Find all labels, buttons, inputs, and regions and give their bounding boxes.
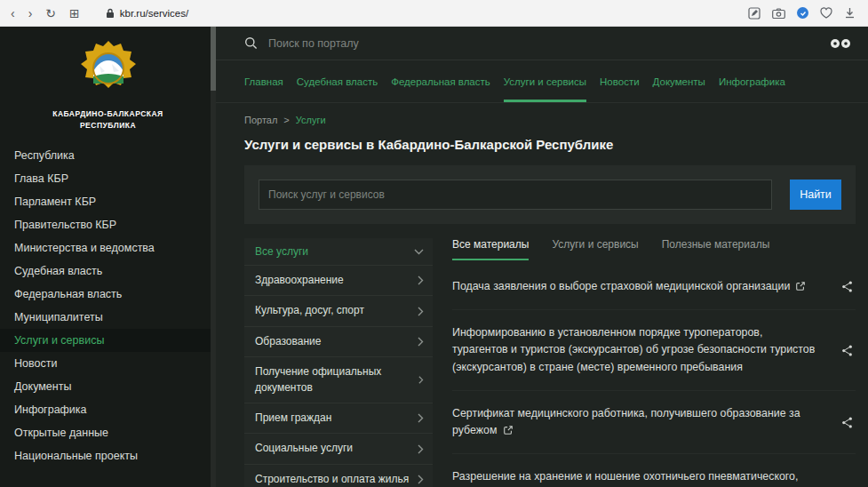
breadcrumb: Портал > Услуги (216, 103, 868, 125)
coat-of-arms (80, 39, 137, 98)
sidebar-item[interactable]: Парламент КБР (0, 190, 216, 213)
category-item[interactable]: Культура, досуг, спорт (244, 296, 433, 326)
nav-item[interactable]: Главная (244, 60, 283, 102)
nav-item[interactable]: Федеральная власть (391, 60, 490, 102)
nav-item[interactable]: Судебная власть (297, 60, 378, 102)
nav-item[interactable]: Инфографика (719, 60, 785, 102)
sidebar-item[interactable]: Документы (0, 375, 216, 398)
chevron-right-icon (418, 275, 424, 285)
sidebar-item[interactable]: Новости (0, 352, 216, 375)
category-item[interactable]: Социальные услуги (244, 434, 433, 464)
service-text: Информированию в установленном порядке т… (452, 324, 824, 376)
brand-block[interactable]: КАБАРДИНО-БАЛКАРСКАЯ РЕСПУБЛИКА (0, 27, 216, 132)
category-label: Образование (255, 334, 321, 349)
category-label: Здравоохранение (255, 273, 344, 288)
category-item[interactable]: Получение официальных документов (244, 357, 433, 403)
sidebar-item-label: Глава КБР (14, 172, 68, 185)
share-button[interactable] (839, 416, 856, 429)
page-title: Услуги и сервисы в Кабардино-Балкарской … (216, 125, 868, 152)
sidebar-item-label: Национальные проекты (14, 450, 138, 462)
share-button[interactable] (839, 280, 856, 293)
sidebar-item[interactable]: Инфографика (0, 398, 216, 421)
region-name-line2: РЕСПУБЛИКА (0, 120, 216, 132)
browser-nav-controls: ‹ › ↻ ⊞ kbr.ru/services/ (0, 7, 188, 20)
breadcrumb-current[interactable]: Услуги (296, 115, 326, 125)
breadcrumb-home[interactable]: Портал (244, 115, 277, 125)
sidebar-item[interactable]: Правительство КБР (0, 213, 216, 236)
sidebar-item[interactable]: Услуги и сервисы (0, 329, 216, 352)
browser-action-icons (748, 7, 868, 20)
services-search-panel: Найти (244, 165, 856, 224)
service-result-row: Разрешение на хранение и ношение охотнич… (452, 454, 856, 487)
category-item[interactable]: Здравоохранение (244, 266, 433, 296)
share-button[interactable] (839, 344, 856, 357)
sidebar-item[interactable]: Федеральная власть (0, 283, 216, 306)
accessibility-vision-icon[interactable] (829, 38, 852, 49)
sidebar-item[interactable]: Министерства и ведомства (0, 236, 216, 259)
region-name-line1: КАБАРДИНО-БАЛКАРСКАЯ (0, 108, 216, 120)
nav-item[interactable]: Услуги и сервисы (504, 60, 586, 102)
protect-extension-icon[interactable] (797, 7, 808, 19)
browser-toolbar: ‹ › ↻ ⊞ kbr.ru/services/ (0, 0, 868, 27)
portal-search-input[interactable] (268, 37, 829, 50)
nav-item[interactable]: Новости (600, 60, 640, 102)
service-link[interactable]: Подача заявления о выборе страховой меди… (452, 280, 790, 292)
content-columns: Все услуги Здравоохранение Культура, дос… (244, 238, 856, 487)
all-services-toggle[interactable]: Все услуги (244, 238, 433, 266)
service-text: Сертификат медицинского работника, получ… (452, 405, 824, 439)
sidebar-menu: Республика Глава КБР Парламент КБР Прави… (0, 144, 216, 467)
category-label: Получение официальных документов (255, 364, 411, 395)
forward-icon[interactable]: › (28, 7, 33, 20)
service-link[interactable]: Разрешение на хранение и ношение охотнич… (452, 470, 817, 487)
sidebar-item-label: Республика (14, 149, 75, 162)
external-link-icon (503, 425, 514, 435)
sidebar-item[interactable]: Открытые данные (0, 421, 216, 444)
sidebar-item[interactable]: Глава КБР (0, 167, 216, 190)
region-name: КАБАРДИНО-БАЛКАРСКАЯ РЕСПУБЛИКА (0, 108, 216, 132)
tab[interactable]: Услуги и сервисы (552, 238, 638, 260)
services-search-input[interactable] (259, 180, 772, 210)
edit-icon[interactable] (748, 7, 760, 20)
sidebar-item[interactable]: Муниципалитеты (0, 306, 216, 329)
service-text: Разрешение на хранение и ношение охотнич… (452, 468, 824, 487)
back-icon[interactable]: ‹ (11, 7, 15, 20)
chevron-down-icon (414, 249, 424, 255)
results-list: Подача заявления о выборе страховой меди… (452, 264, 856, 487)
chevron-right-icon (418, 475, 424, 484)
sidebar-item-label: Муниципалитеты (14, 311, 103, 323)
external-link-icon (795, 281, 806, 291)
category-item[interactable]: Образование (244, 327, 433, 357)
sidebar-item-label: Услуги и сервисы (14, 334, 104, 347)
nav-item[interactable]: Документы (653, 60, 705, 102)
sidebar-item[interactable]: Республика (0, 144, 216, 167)
chevron-right-icon (418, 444, 424, 454)
category-item[interactable]: Строительство и оплата жилья (244, 465, 433, 487)
results-column: Все материалы Услуги и сервисы Полезные … (452, 238, 856, 487)
sidebar-item[interactable]: Национальные проекты (0, 444, 216, 467)
tab-label: Услуги и сервисы (552, 238, 638, 251)
screenshot-camera-icon[interactable] (772, 8, 785, 19)
nav-item-label: Судебная власть (297, 76, 378, 87)
url-text: kbr.ru/services/ (120, 8, 188, 19)
nav-item-label: Главная (244, 76, 283, 87)
address-bar[interactable]: kbr.ru/services/ (106, 8, 188, 19)
tabs-grid-icon[interactable]: ⊞ (69, 7, 80, 20)
tab[interactable]: Полезные материалы (662, 238, 770, 260)
favorites-heart-icon[interactable] (820, 7, 832, 19)
chevron-right-icon (418, 375, 424, 385)
reload-icon[interactable]: ↻ (45, 7, 56, 20)
share-icon (840, 280, 854, 293)
service-result-row: Сертификат медицинского работника, получ… (452, 391, 856, 454)
downloads-icon[interactable] (844, 7, 856, 19)
browser-window: ‹ › ↻ ⊞ kbr.ru/services/ (0, 0, 868, 487)
chevron-right-icon (418, 337, 424, 347)
search-submit-button[interactable]: Найти (790, 180, 841, 210)
tab[interactable]: Все материалы (452, 238, 529, 260)
lock-icon (106, 8, 115, 19)
service-link[interactable]: Информированию в установленном порядке т… (452, 326, 815, 372)
sidebar-item-label: Новости (14, 357, 57, 370)
sidebar-item[interactable]: Судебная власть (0, 259, 216, 283)
main-content: Главная Судебная власть Федеральная влас… (216, 27, 868, 487)
category-item[interactable]: Прием граждан (244, 403, 433, 434)
category-list: Здравоохранение Культура, досуг, спорт О… (244, 266, 433, 487)
